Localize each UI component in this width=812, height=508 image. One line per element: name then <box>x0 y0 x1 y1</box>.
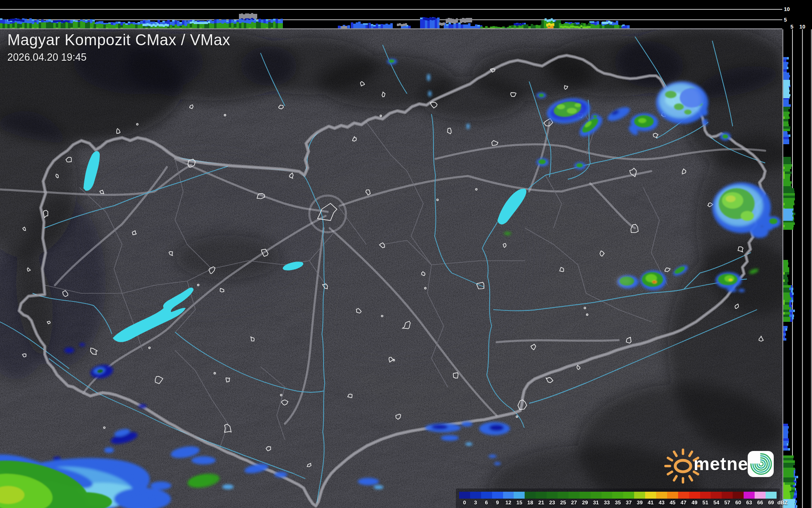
legend-segment <box>459 492 470 499</box>
radar-map <box>0 29 782 508</box>
right-profile-tick-5: 5 <box>790 24 793 30</box>
legend-tick: 18 <box>525 499 536 507</box>
legend-segment <box>602 492 613 499</box>
legend-unit: dBZ <box>777 499 788 507</box>
legend-tick: 51 <box>700 499 711 507</box>
legend-segment <box>492 492 503 499</box>
legend-tick: 3 <box>470 499 481 507</box>
legend-segment <box>722 492 733 499</box>
legend-tick: 47 <box>678 499 689 507</box>
legend-segment <box>645 492 656 499</box>
legend-segment <box>547 492 558 499</box>
legend-segment <box>744 492 755 499</box>
legend-segment <box>623 492 634 499</box>
legend-tick: 25 <box>558 499 569 507</box>
dbz-colorbar <box>459 492 777 499</box>
legend-tick: 66 <box>755 499 766 507</box>
legend-tick: 15 <box>514 499 525 507</box>
legend-segment <box>591 492 602 499</box>
legend-tick: 27 <box>569 499 580 507</box>
legend-segment <box>580 492 591 499</box>
legend-tick: 39 <box>634 499 645 507</box>
legend-tick: 29 <box>580 499 591 507</box>
legend-tick: 45 <box>667 499 678 507</box>
legend-tick: 35 <box>612 499 623 507</box>
legend-segment <box>755 492 766 499</box>
legend-segment <box>514 492 525 499</box>
legend-tick: 31 <box>591 499 602 507</box>
right-profile-tick-10: 10 <box>799 24 805 30</box>
legend-segment <box>536 492 547 499</box>
radar-composite-screen: 10 5 5 10 Magyar Kompozit CMax / VMax 20… <box>0 0 812 508</box>
right-height-profile <box>782 29 812 508</box>
legend-tick: 63 <box>744 499 755 507</box>
legend-tick: 54 <box>711 499 722 507</box>
legend-tick: 9 <box>492 499 503 507</box>
dbz-color-scale: 0369121518212325272931333537394143454749… <box>456 488 780 508</box>
legend-segment <box>569 492 580 499</box>
top-profile-tick-10: 10 <box>784 6 790 12</box>
legend-segment <box>700 492 711 499</box>
legend-segment <box>525 492 536 499</box>
top-height-profile <box>0 0 782 29</box>
legend-segment <box>470 492 481 499</box>
legend-tick: 57 <box>722 499 733 507</box>
legend-segment <box>733 492 744 499</box>
legend-segment <box>711 492 722 499</box>
legend-segment <box>481 492 492 499</box>
legend-tick: 37 <box>623 499 634 507</box>
legend-tick: 41 <box>645 499 656 507</box>
legend-tick: 23 <box>547 499 558 507</box>
legend-segment <box>766 492 777 499</box>
metnet-logo: metnet <box>663 446 777 484</box>
legend-tick: 0 <box>459 499 470 507</box>
legend-tick: 60 <box>733 499 744 507</box>
legend-segment <box>689 492 700 499</box>
top-profile-tick-5: 5 <box>784 17 787 23</box>
legend-segment <box>634 492 645 499</box>
legend-tick: 6 <box>481 499 492 507</box>
legend-tick: 69 <box>766 499 777 507</box>
legend-tick: 43 <box>656 499 667 507</box>
legend-segment <box>503 492 514 499</box>
dbz-tick-labels: 0369121518212325272931333537394143454749… <box>459 499 788 507</box>
legend-tick: 21 <box>536 499 547 507</box>
legend-tick: 49 <box>689 499 700 507</box>
legend-segment <box>558 492 569 499</box>
legend-segment <box>656 492 667 499</box>
metnet-wordmark: metnet <box>694 454 755 474</box>
legend-tick: 12 <box>503 499 514 507</box>
legend-tick: 33 <box>602 499 613 507</box>
legend-segment <box>612 492 623 499</box>
legend-segment <box>678 492 689 499</box>
legend-segment <box>667 492 678 499</box>
spiral-app-icon <box>747 451 774 477</box>
